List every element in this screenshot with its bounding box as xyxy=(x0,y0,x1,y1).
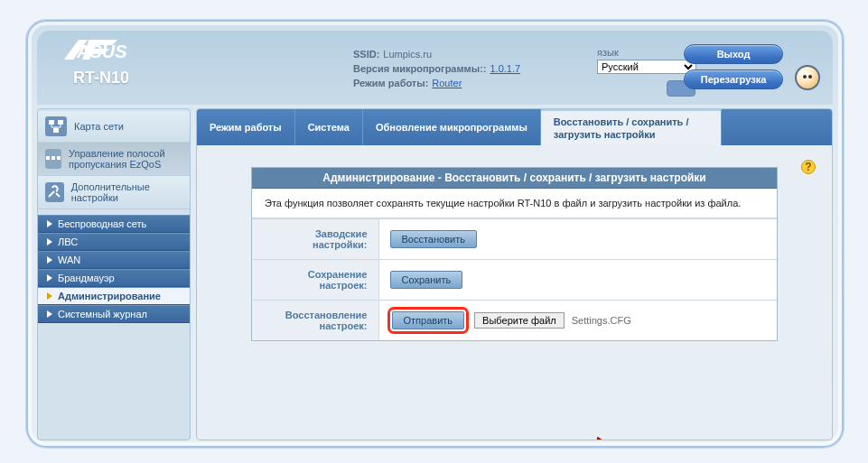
mode-label: Режим работы: xyxy=(353,76,428,90)
network-map-icon xyxy=(45,116,67,136)
upload-button-highlight: Отправить xyxy=(390,310,467,331)
sidebar-item-label: Системный журнал xyxy=(58,309,147,319)
model-label: RT-N10 xyxy=(73,69,192,88)
row-factory-defaults: Заводские настройки: Восстановить xyxy=(252,219,777,260)
svg-rect-4 xyxy=(46,156,50,160)
ezqos-icon xyxy=(45,149,61,169)
row-restore-settings: Восстановление настроек: Отправить Выбер… xyxy=(252,301,777,341)
reboot-button[interactable]: Перезагрузка xyxy=(684,69,783,89)
mascot-icon xyxy=(795,65,820,90)
sidebar-item-ezqos[interactable]: Управление полосой пропускания EzQoS xyxy=(38,143,190,176)
save-label: Сохранение настроек: xyxy=(252,260,378,301)
sidebar-item-advanced[interactable]: Дополнительные настройки xyxy=(38,176,190,209)
upload-settings-button[interactable]: Отправить xyxy=(392,311,465,329)
tab-operation-mode[interactable]: Режим работы xyxy=(197,109,295,145)
ssid-value: Lumpics.ru xyxy=(383,47,432,61)
annotation-arrow-icon xyxy=(576,431,658,440)
svg-rect-5 xyxy=(51,156,55,160)
language-label: язык xyxy=(597,47,696,58)
tab-firmware-upgrade[interactable]: Обновление микропрограммы xyxy=(363,109,541,145)
sidebar-item-lan[interactable]: ЛВС xyxy=(38,233,190,251)
sidebar-item-label: Дополнительные настройки xyxy=(71,181,182,203)
mode-link[interactable]: Router xyxy=(432,76,462,90)
tab-restore-save-upload[interactable]: Восстановить / сохранить / загрузить нас… xyxy=(541,109,722,145)
sidebar-item-label: Карта сети xyxy=(74,121,124,132)
sidebar-item-wireless[interactable]: Беспроводная сеть xyxy=(38,215,190,233)
asus-logo: ASUS xyxy=(57,38,192,70)
language-block: язык Русский xyxy=(597,47,696,74)
logo-block: ASUS RT-N10 xyxy=(57,38,192,88)
save-settings-button[interactable]: Сохранить xyxy=(390,271,463,289)
header-bar: ASUS RT-N10 SSID: Lumpics.ru Версия микр… xyxy=(37,31,833,105)
chevron-right-icon xyxy=(47,220,52,227)
panel-title: Администрирование - Восстановить / сохра… xyxy=(252,168,777,189)
chevron-right-icon xyxy=(47,292,52,300)
chosen-file-name: Settings.CFG xyxy=(572,315,631,326)
svg-rect-3 xyxy=(53,128,59,133)
sidebar-item-firewall[interactable]: Брандмауэр xyxy=(38,269,190,287)
chevron-right-icon xyxy=(47,256,52,264)
chevron-right-icon xyxy=(47,274,52,282)
chevron-right-icon xyxy=(47,310,52,318)
sidebar-item-administration[interactable]: Администрирование xyxy=(38,287,190,305)
logout-button[interactable]: Выход xyxy=(684,44,783,64)
fw-label: Версия микропрограммы:: xyxy=(353,61,486,76)
svg-rect-2 xyxy=(58,120,63,125)
svg-rect-6 xyxy=(57,156,61,160)
restore-defaults-button[interactable]: Восстановить xyxy=(390,230,477,248)
chevron-right-icon xyxy=(47,238,52,245)
tools-icon xyxy=(45,182,64,202)
sidebar-item-label: Беспроводная сеть xyxy=(58,218,146,229)
fw-link[interactable]: 1.0.1.7 xyxy=(490,61,520,76)
restore-label: Восстановление настроек: xyxy=(252,301,378,341)
tabs-row: Режим работы Система Обновление микропро… xyxy=(197,109,832,145)
sidebar-item-wan[interactable]: WAN xyxy=(38,251,190,269)
svg-text:ASUS: ASUS xyxy=(76,42,127,61)
ssid-label: SSID: xyxy=(353,47,379,61)
row-save-settings: Сохранение настроек: Сохранить xyxy=(252,260,777,301)
sidebar: Карта сети Управление полосой пропускани… xyxy=(37,108,191,440)
sidebar-item-syslog[interactable]: Системный журнал xyxy=(38,305,190,323)
info-block: SSID: Lumpics.ru Версия микропрограммы::… xyxy=(353,47,520,90)
sidebar-item-label: Администрирование xyxy=(58,291,161,301)
sidebar-item-network-map[interactable]: Карта сети xyxy=(38,111,190,143)
sidebar-item-label: WAN xyxy=(58,255,80,265)
choose-file-button[interactable]: Выберите файл xyxy=(474,312,565,329)
sidebar-item-label: Управление полосой пропускания EzQoS xyxy=(69,148,182,170)
language-select[interactable]: Русский xyxy=(597,60,696,74)
factory-label: Заводские настройки: xyxy=(252,219,378,260)
settings-frame: Администрирование - Восстановить / сохра… xyxy=(251,167,778,341)
sidebar-item-label: ЛВС xyxy=(58,236,78,247)
panel-description: Эта функция позволяет сохранять текущие … xyxy=(252,189,777,218)
svg-rect-1 xyxy=(49,120,54,125)
sidebar-item-label: Брандмауэр xyxy=(58,273,115,283)
tab-system[interactable]: Система xyxy=(295,109,363,145)
main-panel: Режим работы Система Обновление микропро… xyxy=(196,108,833,440)
